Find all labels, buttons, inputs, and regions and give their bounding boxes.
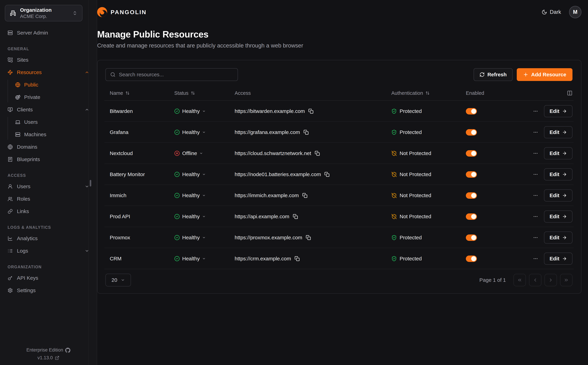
sidebar-item-resources[interactable]: Resources — [0, 66, 97, 78]
edit-button[interactable]: Edit — [544, 105, 573, 117]
sidebar-item-public[interactable]: Public — [7, 78, 97, 91]
edit-button[interactable]: Edit — [544, 253, 573, 265]
status-label: Healthy — [182, 108, 200, 114]
avatar[interactable]: M — [569, 6, 581, 18]
sidebar-item-client-users[interactable]: Users — [7, 116, 97, 128]
sidebar-item-settings[interactable]: Settings — [0, 284, 97, 297]
last-page-button[interactable] — [560, 274, 573, 286]
column-header-name[interactable]: Name — [105, 90, 170, 96]
row-menu-button[interactable] — [532, 255, 539, 262]
sidebar-scrollbar-thumb[interactable] — [90, 180, 91, 186]
chevron-left-icon — [533, 277, 538, 283]
table-header-row: Name Status Access Authentication Enable… — [97, 85, 581, 101]
search-input[interactable] — [119, 72, 233, 77]
edit-button[interactable]: Edit — [544, 232, 573, 244]
first-page-button[interactable] — [513, 274, 526, 286]
next-page-button[interactable] — [545, 274, 557, 286]
copy-icon[interactable] — [306, 235, 311, 240]
status-dropdown[interactable]: Healthy — [170, 256, 230, 262]
row-menu-button[interactable] — [532, 192, 539, 199]
edition-line[interactable]: Enterprise Edition — [26, 347, 70, 353]
version-line[interactable]: v1.13.0 — [37, 355, 59, 360]
refresh-button[interactable]: Refresh — [474, 68, 513, 81]
status-dropdown[interactable]: Healthy — [170, 235, 230, 240]
avatar-initial: M — [573, 9, 577, 15]
enabled-toggle[interactable] — [466, 129, 477, 135]
sidebar-item-machines[interactable]: Machines — [7, 128, 97, 141]
brand[interactable]: PANGOLIN — [97, 7, 147, 17]
moon-icon — [542, 9, 547, 15]
access-cell: https://immich.example.com — [230, 192, 387, 198]
toggle-knob — [471, 193, 476, 198]
enabled-toggle[interactable] — [466, 108, 477, 114]
sidebar-item-api-keys[interactable]: API Keys — [0, 272, 97, 284]
sidebar-item-sites[interactable]: Sites — [0, 54, 97, 66]
authentication-cell: Protected — [387, 256, 462, 262]
edit-button[interactable]: Edit — [544, 147, 573, 159]
sidebar-item-logs[interactable]: Logs — [0, 245, 97, 257]
row-menu-button[interactable] — [532, 150, 539, 157]
status-dropdown[interactable]: Healthy — [170, 214, 230, 219]
enabled-toggle[interactable] — [466, 192, 477, 199]
edit-button[interactable]: Edit — [544, 168, 573, 180]
access-cell: https://api.example.com — [230, 214, 387, 219]
row-menu-button[interactable] — [532, 108, 539, 115]
enabled-toggle[interactable] — [466, 150, 477, 157]
enabled-toggle[interactable] — [466, 256, 477, 262]
sidebar-item-users[interactable]: Users — [0, 180, 97, 193]
status-dropdown[interactable]: Healthy — [170, 192, 230, 198]
enabled-toggle[interactable] — [466, 234, 477, 241]
sidebar-item-blueprints[interactable]: Blueprints — [0, 153, 97, 166]
copy-icon[interactable] — [315, 151, 320, 156]
chevron-down-icon — [202, 257, 206, 260]
status-dropdown[interactable]: Healthy — [170, 129, 230, 135]
sidebar-item-links[interactable]: Links — [0, 205, 97, 218]
sidebar-item-server-admin[interactable]: Server Admin — [0, 27, 97, 39]
add-resource-button[interactable]: Add Resource — [517, 68, 573, 81]
chevrons-right-icon — [564, 277, 569, 283]
copy-icon[interactable] — [308, 109, 314, 114]
copy-icon[interactable] — [293, 214, 298, 219]
status-dropdown[interactable]: Healthy — [170, 171, 230, 177]
circle-check-icon — [174, 108, 180, 114]
resource-name: Battery Monitor — [105, 171, 170, 177]
row-menu-button[interactable] — [532, 234, 539, 241]
column-header-status[interactable]: Status — [170, 90, 230, 96]
sidebar-item-analytics[interactable]: Analytics — [0, 232, 97, 245]
sidebar-item-domains[interactable]: Domains — [0, 141, 97, 153]
sidebar-item-roles[interactable]: Roles — [0, 193, 97, 205]
row-menu-button[interactable] — [532, 171, 539, 178]
sort-icon — [125, 91, 130, 95]
edit-button[interactable]: Edit — [544, 126, 573, 138]
theme-toggle[interactable]: Dark — [542, 9, 561, 15]
main-content: PANGOLIN Dark M Manage Public Resources … — [97, 0, 588, 365]
sidebar-item-clients[interactable]: Clients — [0, 103, 97, 116]
edit-button[interactable]: Edit — [544, 190, 573, 202]
page-size-select[interactable]: 20 — [105, 274, 131, 287]
row-menu-button[interactable] — [532, 129, 539, 136]
copy-icon[interactable] — [324, 172, 329, 177]
sidebar-item-label: Roles — [17, 196, 30, 202]
column-header-authentication[interactable]: Authentication — [387, 90, 462, 96]
sidebar-item-private[interactable]: Private — [7, 91, 97, 103]
copy-icon[interactable] — [294, 256, 300, 261]
status-dropdown[interactable]: Healthy — [170, 108, 230, 114]
status-dropdown[interactable]: Offline — [170, 150, 230, 156]
organization-picker[interactable]: Organization ACME Corp. — [5, 5, 82, 21]
copy-icon[interactable] — [302, 193, 308, 198]
arrow-right-icon — [562, 109, 567, 114]
resource-name: Prod API — [105, 214, 170, 219]
column-visibility-button[interactable] — [529, 90, 573, 96]
refresh-label: Refresh — [487, 72, 507, 77]
enabled-toggle[interactable] — [466, 171, 477, 178]
column-header-access: Access — [230, 90, 387, 96]
toggle-knob — [471, 151, 476, 156]
toggle-knob — [471, 130, 476, 135]
prev-page-button[interactable] — [529, 274, 541, 286]
row-menu-button[interactable] — [532, 213, 539, 220]
enabled-toggle[interactable] — [466, 213, 477, 220]
sidebar-item-label: Machines — [24, 132, 46, 137]
shield-off-icon — [391, 172, 397, 177]
copy-icon[interactable] — [303, 130, 309, 135]
edit-button[interactable]: Edit — [544, 211, 573, 223]
